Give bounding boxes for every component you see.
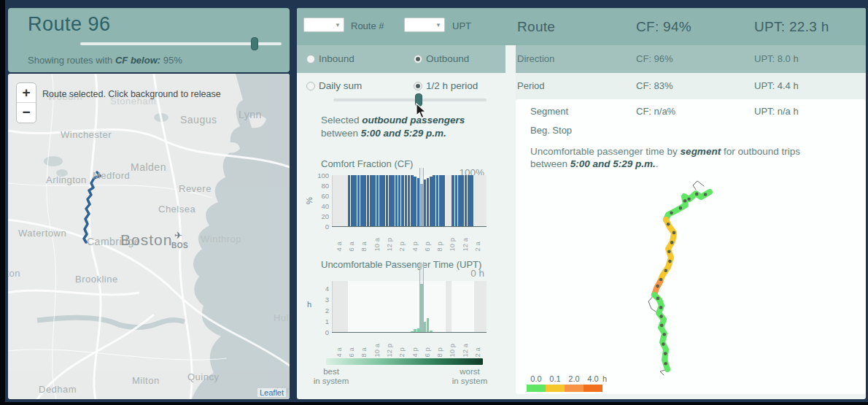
cf-bar[interactable] [427, 178, 430, 227]
stop-dot[interactable] [668, 260, 672, 263]
direction-stats-row [516, 45, 866, 73]
app-frame: Route 96 Showing routes with CF below: 9… [5, 0, 868, 402]
stop-dot[interactable] [659, 278, 663, 282]
airport-label: BOS [171, 242, 188, 250]
cf-bar[interactable] [414, 177, 416, 226]
stop-dot[interactable] [656, 297, 660, 301]
cf-bar[interactable] [408, 175, 411, 226]
route-segment[interactable] [666, 192, 710, 220]
cf-bar[interactable] [452, 175, 454, 226]
cf-bar[interactable] [392, 175, 395, 226]
stop-dot[interactable] [659, 315, 663, 318]
stop-dot[interactable] [660, 324, 664, 328]
cf-bar[interactable] [382, 175, 385, 226]
cf-bar[interactable] [411, 175, 414, 226]
upt-bar[interactable] [417, 328, 420, 332]
radio-daily-sum[interactable] [306, 82, 315, 90]
cf-bar[interactable] [423, 180, 426, 226]
city-label: Malden [131, 161, 166, 173]
cf-bar[interactable] [461, 175, 464, 226]
stop-dot[interactable] [679, 207, 683, 210]
upt-bar[interactable] [423, 322, 426, 332]
radio-outbound[interactable] [414, 55, 422, 63]
cf-bar[interactable] [376, 175, 379, 226]
radio-outbound-label: Outbound [426, 53, 469, 64]
upt-bar[interactable] [411, 331, 414, 332]
cf-bar[interactable] [379, 175, 382, 226]
cf-bar[interactable] [442, 175, 445, 226]
stop-dot[interactable] [656, 285, 659, 288]
stop-dot[interactable] [687, 198, 691, 201]
leaflet-attribution-link[interactable]: Leaflet [257, 388, 286, 397]
analytics-panel: ▼ Route # ▼ UPT Route CF: 94% UPT: 22.3 … [297, 8, 866, 399]
cf-bar[interactable] [439, 175, 442, 226]
stop-dot[interactable] [662, 333, 666, 336]
cf-bar[interactable] [363, 175, 366, 226]
upt-select[interactable]: ▼ [404, 18, 445, 32]
stop-dot[interactable] [664, 362, 667, 366]
stop-dot[interactable] [670, 211, 673, 215]
map-canvas[interactable]: WoburnStonehamSaugusLynnWinchesterMalden… [8, 74, 290, 399]
upt-bar[interactable] [414, 329, 416, 332]
cf-bar[interactable] [470, 175, 473, 226]
route-filter-panel: Route 96 Showing routes with CF below: 9… [8, 8, 290, 72]
stop-dot[interactable] [659, 306, 663, 309]
stop-dot[interactable] [704, 193, 708, 196]
airplane-icon: ✈ [174, 230, 182, 241]
zoom-out-button[interactable]: − [17, 103, 36, 123]
zoom-in-button[interactable]: + [17, 83, 36, 103]
stop-dot[interactable] [667, 223, 670, 226]
stat-direction-cf: CF: 96% [636, 53, 673, 64]
cf-bar[interactable] [458, 175, 461, 226]
cf-bar[interactable] [455, 175, 458, 226]
upt-bar[interactable] [430, 331, 433, 332]
cf-bar[interactable] [468, 175, 470, 226]
cf-bar[interactable] [436, 175, 439, 226]
stop-dot[interactable] [662, 342, 665, 346]
stop-dot[interactable] [683, 199, 687, 203]
cf-bar[interactable] [405, 175, 408, 226]
city-label: Brookline [75, 274, 118, 285]
stop-dot[interactable] [667, 250, 671, 254]
stop-dot[interactable] [670, 241, 674, 244]
city-label: Dedham [39, 384, 77, 395]
upt-bar[interactable] [420, 284, 423, 332]
system-comparison-gradient [326, 358, 483, 365]
radio-half-hour[interactable] [414, 82, 422, 90]
gradient-best-label: bestin system [309, 367, 353, 386]
segment-route-map[interactable] [516, 99, 866, 394]
city-label: Chelsea [158, 204, 195, 215]
stop-dot[interactable] [673, 231, 676, 235]
cf-bar[interactable] [360, 175, 363, 226]
cf-bar[interactable] [430, 177, 433, 226]
chevron-down-icon: ▼ [435, 22, 441, 28]
stop-dot[interactable] [664, 269, 668, 273]
cf-bar[interactable] [373, 175, 376, 226]
cf-filter-slider-handle[interactable] [251, 37, 258, 50]
cf-bar[interactable] [348, 175, 351, 226]
stop-dot[interactable] [664, 352, 667, 355]
cf-y-axis-label: % [305, 197, 314, 204]
cf-bar[interactable] [433, 175, 435, 226]
cf-bar[interactable] [351, 175, 354, 226]
time-slider-track[interactable] [333, 99, 487, 101]
cf-bar[interactable] [389, 175, 392, 226]
cf-bar[interactable] [367, 175, 370, 226]
route-segment[interactable] [660, 220, 674, 282]
cf-bar[interactable] [395, 175, 398, 226]
cf-bar[interactable] [357, 175, 360, 226]
cf-bar[interactable] [370, 175, 373, 226]
cf-bar[interactable] [417, 178, 420, 226]
cf-bar[interactable] [386, 175, 389, 226]
route-number-select[interactable]: ▼ [303, 18, 344, 32]
cf-bar[interactable] [420, 184, 423, 226]
upt-bar[interactable] [427, 318, 430, 332]
cf-bar[interactable] [354, 175, 357, 226]
cf-bar[interactable] [401, 175, 404, 226]
city-label: Boston [120, 231, 172, 249]
radio-inbound[interactable] [306, 55, 315, 63]
cf-bar[interactable] [398, 175, 401, 226]
stop-dot[interactable] [695, 193, 699, 196]
cf-filter-slider-track[interactable] [80, 42, 282, 45]
cf-bar[interactable] [465, 175, 468, 226]
